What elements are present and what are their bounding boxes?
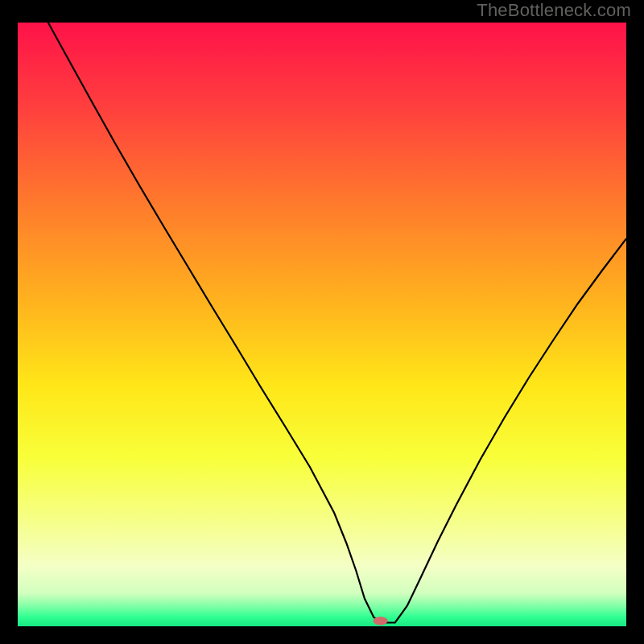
chart-svg xyxy=(18,23,626,626)
chart-figure: TheBottleneck.com xyxy=(0,0,644,644)
plot-area xyxy=(18,23,626,626)
watermark-label: TheBottleneck.com xyxy=(477,0,631,21)
gradient-background xyxy=(18,23,626,626)
optimal-marker xyxy=(374,617,388,625)
